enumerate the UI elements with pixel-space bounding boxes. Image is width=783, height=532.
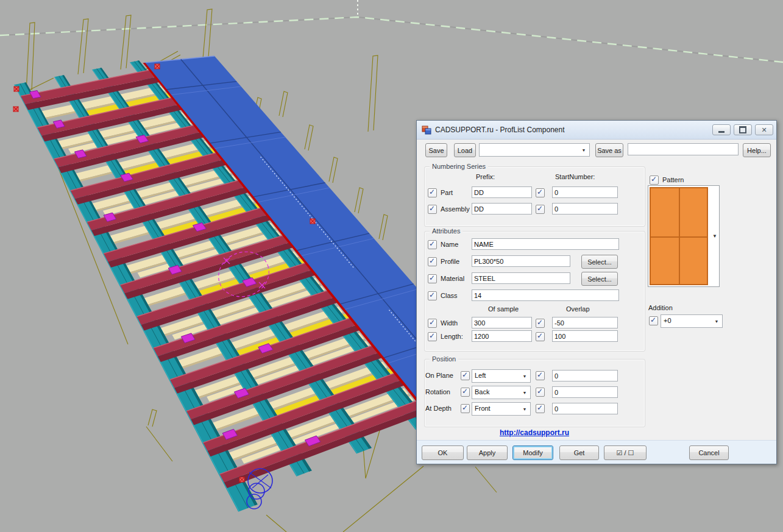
apply-button[interactable]: Apply (467, 445, 508, 460)
close-icon: ✕ (761, 127, 767, 133)
load-button-label: Load (458, 147, 472, 154)
material-select-button[interactable]: Select... (581, 272, 618, 286)
ok-button-label: OK (438, 449, 448, 456)
material-checkbox[interactable] (428, 274, 437, 283)
profile-checkbox[interactable] (428, 257, 437, 266)
chevron-down-icon[interactable]: ▼ (520, 386, 529, 399)
class-checkbox[interactable] (428, 291, 437, 300)
proflist-dialog: CADSUPPORT.ru - ProfList Component ✕ Sav… (416, 120, 777, 464)
part-startnumber-input[interactable] (552, 186, 618, 198)
on-plane-combobox-value: Left (475, 372, 486, 379)
width-overlap-checkbox[interactable] (536, 319, 545, 328)
at-depth-offset-checkbox[interactable] (536, 404, 545, 413)
startnumber-header: StartNumber: (555, 173, 595, 180)
assembly-label: Assembly (441, 205, 470, 213)
preset-combobox[interactable]: ▼ (479, 143, 590, 157)
on-plane-offset-checkbox[interactable] (536, 371, 545, 380)
minimize-icon (718, 131, 725, 133)
at-depth-offset-input[interactable] (552, 403, 618, 414)
width-checkbox[interactable] (428, 319, 437, 328)
toggle-all-checkboxes-button[interactable]: ☑ / ☐ (604, 445, 647, 460)
pattern-preview-dropdown[interactable]: ▼ (648, 185, 720, 287)
part-startnumber-checkbox[interactable] (536, 188, 545, 197)
load-button[interactable]: Load (454, 143, 476, 157)
on-plane-checkbox[interactable] (461, 371, 470, 380)
modify-button-label: Modify (523, 449, 542, 456)
pattern-grid-hline (651, 236, 707, 238)
app-icon (422, 125, 431, 135)
rotation-offset-checkbox[interactable] (536, 388, 545, 397)
assembly-checkbox[interactable] (428, 205, 437, 214)
minimize-button[interactable] (712, 124, 731, 135)
assembly-prefix-input[interactable] (472, 203, 532, 215)
addition-label: Addition (648, 304, 673, 311)
close-button[interactable]: ✕ (755, 124, 773, 135)
modify-button[interactable]: Modify (512, 445, 553, 460)
width-overlap-input[interactable] (552, 317, 618, 328)
material-label: Material (441, 275, 464, 282)
chevron-down-icon[interactable]: ▼ (712, 315, 721, 327)
addition-checkbox[interactable] (649, 316, 658, 325)
save-button[interactable]: Save (425, 143, 447, 157)
cadsupport-link[interactable]: http://cadsupport.ru (443, 428, 626, 437)
class-input[interactable] (472, 289, 619, 301)
maximize-button[interactable] (734, 124, 752, 135)
at-depth-checkbox[interactable] (461, 404, 470, 413)
profile-input[interactable] (472, 255, 570, 267)
on-plane-combobox[interactable]: Left ▼ (472, 369, 531, 383)
chevron-down-icon[interactable]: ▼ (579, 144, 588, 156)
save-as-button[interactable]: Save as (595, 143, 623, 157)
profile-select-button[interactable]: Select... (581, 255, 618, 269)
rotation-combobox[interactable]: Back ▼ (472, 386, 531, 399)
maximize-icon (739, 126, 746, 133)
get-button[interactable]: Get (559, 445, 599, 460)
name-checkbox[interactable] (428, 240, 437, 249)
length-overlap-checkbox[interactable] (536, 332, 545, 341)
apply-button-label: Apply (479, 449, 496, 456)
chevron-down-icon[interactable]: ▼ (520, 403, 529, 415)
width-label: Width (441, 319, 458, 327)
ok-button[interactable]: OK (422, 445, 464, 460)
dialog-titlebar[interactable]: CADSUPPORT.ru - ProfList Component ✕ (417, 121, 776, 140)
application-window: CADSUPPORT.ru - ProfList Component ✕ Sav… (0, 0, 783, 532)
length-label: Length: (441, 333, 463, 340)
pattern-swatch (650, 187, 708, 285)
chevron-down-icon[interactable]: ▼ (520, 370, 529, 382)
material-input[interactable] (472, 272, 570, 284)
assembly-startnumber-input[interactable] (552, 203, 618, 215)
pattern-checkbox[interactable] (650, 176, 659, 185)
help-button[interactable]: Help... (743, 143, 771, 157)
save-button-label: Save (428, 147, 444, 154)
width-sample-input[interactable] (472, 317, 532, 328)
on-plane-offset-input[interactable] (552, 370, 618, 381)
chevron-down-icon[interactable]: ▼ (712, 233, 717, 239)
at-depth-combobox[interactable]: Front ▼ (472, 402, 531, 416)
overlap-header: Overlap (566, 305, 590, 313)
of-sample-header: Of sample (488, 305, 519, 313)
material-select-label: Select... (587, 275, 612, 283)
cancel-button[interactable]: Cancel (689, 445, 729, 460)
length-overlap-input[interactable] (552, 330, 618, 342)
class-label: Class (441, 292, 458, 299)
part-prefix-input[interactable] (472, 186, 532, 198)
length-sample-input[interactable] (472, 330, 532, 342)
attributes-title: Attributes (430, 227, 462, 235)
rotation-label: Rotation (425, 388, 450, 395)
name-input[interactable] (472, 238, 619, 250)
preset-name-input[interactable] (628, 143, 739, 155)
at-depth-combobox-value: Front (475, 405, 491, 412)
profile-select-label: Select... (587, 258, 612, 266)
addition-combobox-value: +0 (664, 317, 671, 324)
pattern-label: Pattern (662, 176, 684, 183)
dialog-title: CADSUPPORT.ru - ProfList Component (435, 126, 712, 134)
rotation-offset-input[interactable] (552, 386, 618, 398)
part-checkbox[interactable] (428, 188, 437, 197)
profile-label: Profile (441, 258, 459, 265)
save-as-button-label: Save as (597, 147, 622, 154)
cancel-button-label: Cancel (698, 449, 719, 456)
addition-combobox[interactable]: +0 ▼ (661, 314, 723, 328)
name-label: Name (441, 241, 458, 248)
length-checkbox[interactable] (428, 332, 437, 341)
assembly-startnumber-checkbox[interactable] (536, 205, 545, 214)
rotation-checkbox[interactable] (461, 388, 470, 397)
